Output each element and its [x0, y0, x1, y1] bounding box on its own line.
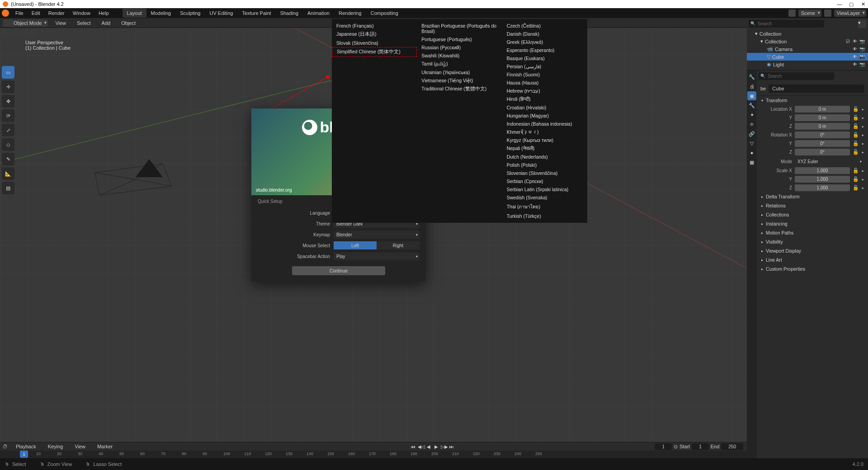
menu-render[interactable]: Render	[45, 9, 68, 17]
maximize-button[interactable]: ▢	[848, 1, 854, 7]
language-option[interactable]: Khmer (ខ្មែរ)	[502, 128, 587, 136]
lock-icon[interactable]: 🔓	[853, 176, 859, 182]
timeline-view[interactable]: View	[71, 442, 89, 451]
rot-x-field[interactable]: 0°	[795, 132, 850, 138]
tab-texturepaint[interactable]: Texture Paint	[237, 9, 275, 18]
language-option[interactable]: Persian (فارسی)	[502, 62, 587, 70]
language-option[interactable]: Japanese (日本語)	[332, 30, 417, 39]
jump-start-button[interactable]: ⏮	[410, 444, 416, 449]
lock-icon[interactable]: 🔓	[853, 149, 859, 155]
language-option[interactable]: Danish (Dansk)	[502, 30, 587, 38]
tab-shading[interactable]: Shading	[276, 9, 303, 18]
language-option[interactable]: Serbian Latin (Srpski latinica)	[502, 185, 587, 193]
language-option[interactable]: Czech (Čeština)	[502, 22, 587, 30]
language-option[interactable]: Serbian (Српски)	[502, 177, 587, 185]
cursor-tool[interactable]: ✛	[2, 80, 14, 93]
language-option[interactable]: Hebrew (עברית)	[502, 87, 587, 95]
eye-icon[interactable]: 👁	[852, 54, 858, 59]
ptab-constraint-icon[interactable]: 🔗	[747, 129, 756, 138]
header-object[interactable]: Object	[118, 19, 139, 27]
camera-icon[interactable]: 📷	[859, 54, 865, 59]
spacebar-dropdown[interactable]: Play	[334, 252, 420, 260]
language-option[interactable]: Hindi (हिन्दी)	[502, 95, 587, 103]
ptab-object-icon[interactable]: ▣	[747, 91, 756, 100]
language-option[interactable]: Slovenian (Slovenščina)	[502, 169, 587, 177]
outliner-cube[interactable]: ▽Cube👁📷	[747, 53, 868, 61]
transform-tool[interactable]: ◇	[2, 138, 14, 151]
rot-z-field[interactable]: 0°	[795, 149, 850, 155]
eye-icon[interactable]: 👁	[852, 62, 858, 67]
scene-icon[interactable]	[788, 9, 796, 17]
filter-icon[interactable]: ▾	[858, 20, 866, 28]
lock-icon[interactable]: 🔓	[853, 115, 859, 121]
language-option[interactable]: Traditional Chinese (繁體中文)	[417, 85, 502, 94]
lock-icon[interactable]: 🔓	[853, 141, 859, 146]
ptab-modifier-icon[interactable]: 🔧	[747, 101, 756, 110]
language-option[interactable]: Esperanto (Esperanto)	[502, 46, 587, 54]
tab-compositing[interactable]: Compositing	[366, 9, 403, 18]
keyframe-prev-button[interactable]: ◀◁	[418, 444, 424, 449]
keymap-dropdown[interactable]: Blender	[334, 230, 420, 239]
menu-help[interactable]: Help	[95, 9, 113, 17]
header-add[interactable]: Add	[98, 19, 114, 27]
header-view[interactable]: View	[52, 19, 70, 27]
mouse-left-button[interactable]: Left	[334, 241, 377, 249]
language-option[interactable]: Kyrgyz (Кыргыз тили)	[502, 136, 587, 144]
close-button[interactable]: ✕	[860, 1, 866, 7]
timeline-playback[interactable]: Playback	[12, 442, 40, 451]
outliner-collection[interactable]: ▾Collection☑👁📷	[747, 38, 868, 45]
menu-file[interactable]: File	[12, 9, 27, 17]
loc-x-field[interactable]: 0 m	[795, 106, 850, 113]
tab-sculpting[interactable]: Sculpting	[175, 9, 205, 18]
language-option[interactable]: Swahili (Kiswahili)	[417, 52, 502, 60]
viewlayer-dropdown[interactable]: ViewLayer	[834, 9, 866, 17]
language-option[interactable]: Russian (Русский)	[417, 43, 502, 52]
lock-icon[interactable]: 🔓	[853, 106, 859, 112]
mouseselect-toggle[interactable]: Left Right	[334, 241, 420, 249]
language-option[interactable]: Brazilian Portuguese (Português do Brasi…	[417, 22, 502, 35]
scale-y-field[interactable]: 1.000	[795, 176, 850, 183]
scale-tool[interactable]: ⤢	[2, 124, 14, 136]
mode-dropdown[interactable]: Object Mode	[3, 19, 48, 27]
prop-section-header[interactable]: Line Art	[757, 255, 868, 264]
camera-icon[interactable]: 📷	[859, 47, 865, 52]
keyframe-next-button[interactable]: ▷▶	[441, 444, 447, 449]
camera-icon[interactable]: 📷	[859, 62, 865, 67]
scale-x-field[interactable]: 1.000	[795, 167, 850, 174]
ptab-data-icon[interactable]: ▽	[747, 139, 756, 148]
move-tool[interactable]: ✥	[2, 95, 14, 108]
continue-button[interactable]: Continue	[292, 266, 385, 275]
camera-icon[interactable]: 📷	[859, 39, 865, 44]
ptab-output-icon[interactable]: 🖨	[747, 82, 756, 91]
play-button[interactable]: ▶	[433, 444, 439, 449]
language-option[interactable]: Polish (Polski)	[502, 161, 587, 169]
timeline-keying[interactable]: Keying	[44, 442, 67, 451]
circle-icon[interactable]: ⊙	[674, 444, 678, 450]
scale-z-field[interactable]: 1.000	[795, 184, 850, 191]
ptab-particles-icon[interactable]: ✦	[747, 110, 756, 119]
transform-header[interactable]: Transform	[757, 96, 868, 105]
language-option[interactable]: Hungarian (Magyar)	[502, 112, 587, 120]
jump-end-button[interactable]: ⏭	[448, 444, 455, 449]
language-option[interactable]: Portuguese (Português)	[417, 35, 502, 43]
language-option[interactable]: Turkish (Türkçe)	[502, 212, 587, 220]
language-option[interactable]: Hausa (Hausa)	[502, 79, 587, 87]
tab-uvediting[interactable]: UV Editing	[205, 9, 237, 18]
mouse-right-button[interactable]: Right	[377, 241, 420, 249]
timeline-marker[interactable]: Marker	[94, 442, 116, 451]
timeline-ruler[interactable]: 1 10203040506070809010011012013014015016…	[0, 451, 747, 459]
language-option[interactable]: Slovak (Slovenčina)	[332, 39, 417, 47]
prop-section-header[interactable]: Delta Transform	[757, 192, 868, 201]
play-reverse-button[interactable]: ◀	[425, 444, 432, 449]
lock-icon[interactable]: 🔓	[853, 123, 859, 129]
language-option[interactable]: Greek (Ελληνικά)	[502, 38, 587, 46]
checkbox-icon[interactable]: ☑	[844, 39, 851, 44]
tab-modeling[interactable]: Modeling	[146, 9, 176, 18]
language-option[interactable]: Dutch (Nederlands)	[502, 153, 587, 161]
rotation-mode-dropdown[interactable]: XYZ Euler	[795, 157, 863, 165]
ptab-material-icon[interactable]: ●	[747, 148, 756, 157]
language-option[interactable]: Nepali (नेपाली)	[502, 144, 587, 153]
language-option[interactable]: Tamil (தமிழ்)	[417, 60, 502, 68]
tab-rendering[interactable]: Rendering	[334, 9, 366, 18]
header-select[interactable]: Select	[73, 19, 94, 27]
